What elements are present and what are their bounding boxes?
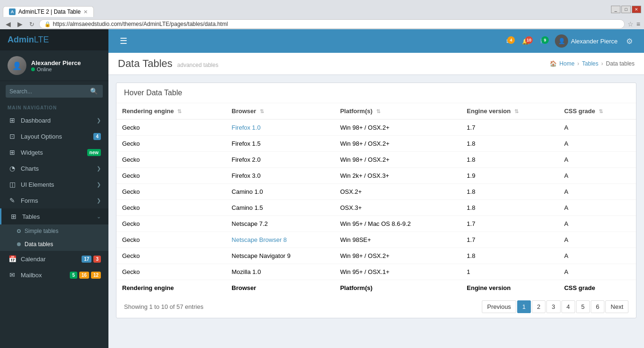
cell-browser: Firefox 3.0 <box>226 168 334 184</box>
sidebar-toggle-button[interactable]: ☰ <box>116 34 131 48</box>
breadcrumb-tables[interactable]: Tables <box>582 60 599 67</box>
sidebar-subitem-label: Simple tables <box>25 228 58 234</box>
minimize-button[interactable]: _ <box>611 6 620 13</box>
cell-rendering-engine: Gecko <box>116 168 226 184</box>
breadcrumb: 🏠 Home › Tables › Data tables <box>550 60 635 67</box>
pagination-page-4[interactable]: 4 <box>561 300 575 313</box>
user-status-row: Online <box>31 66 81 72</box>
topbar-icons: ✉ 4 🔔 10 ⚑ 9 👤 Alexander Pierce <box>502 34 636 48</box>
col-rendering-engine[interactable]: Rendering engine ⇅ <box>116 103 226 119</box>
mailbox-badges: 5 16 12 <box>70 272 101 279</box>
foot-col-engine-version: Engine version <box>461 280 559 296</box>
sidebar-item-forms[interactable]: ✎ Forms ❯ <box>0 192 108 208</box>
cell-browser: Netscape 7.2 <box>226 216 334 232</box>
calendar-icon: 📅 <box>8 255 17 263</box>
table-row: GeckoMozilla 1.0Win 95+ / OSX.1+1A <box>116 264 636 280</box>
table-info: Showing 1 to 10 of 57 entries <box>124 303 203 310</box>
logo-lte: LTE <box>34 35 49 44</box>
mail-badge: 4 <box>507 36 515 44</box>
sidebar-item-dashboard[interactable]: ⊞ Dashboard ❯ <box>0 112 108 128</box>
breadcrumb-home[interactable]: Home <box>560 60 575 67</box>
reload-button[interactable]: ↻ <box>27 20 36 29</box>
back-button[interactable]: ◀ <box>4 19 13 29</box>
topbar-user-menu[interactable]: 👤 Alexander Pierce <box>551 34 621 48</box>
breadcrumb-separator: › <box>601 60 603 67</box>
topbar-notifications-button[interactable]: 🔔 10 <box>517 35 534 48</box>
search-input[interactable] <box>6 85 85 98</box>
topbar-mail-button[interactable]: ✉ 4 <box>502 35 516 48</box>
col-engine-version[interactable]: Engine version ⇅ <box>461 103 559 119</box>
user-info: Alexander Pierce Online <box>31 59 81 72</box>
cell-css-grade: A <box>559 248 636 264</box>
topbar-flags-button[interactable]: ⚑ 9 <box>535 35 550 48</box>
sidebar-item-label: Dashboard <box>21 117 97 124</box>
browser-link[interactable]: Firefox 1.0 <box>231 124 260 131</box>
charts-icon: ◔ <box>8 165 17 172</box>
sidebar-item-data-tables[interactable]: Data tables <box>0 238 108 251</box>
sidebar-item-label: Layout Options <box>21 133 93 140</box>
pagination-page-1[interactable]: 1 <box>517 300 531 313</box>
cell-browser[interactable]: Firefox 1.0 <box>226 119 334 136</box>
user-avatar: 👤 <box>8 56 26 75</box>
sidebar-item-ui-elements[interactable]: ◫ UI Elements ❯ <box>0 176 108 192</box>
sidebar-item-label: UI Elements <box>21 181 97 188</box>
user-name: Alexander Pierce <box>31 59 81 66</box>
sort-icon: ⇅ <box>177 108 182 114</box>
table-row: GeckoCamino 1.0OSX.2+1.8A <box>116 184 636 200</box>
sidebar-item-layout-options[interactable]: ⊡ Layout Options 4 <box>0 128 108 144</box>
table-header-row: Rendering engine ⇅ Browser ⇅ Platform(s)… <box>116 103 636 119</box>
cell-rendering-engine: Gecko <box>116 184 226 200</box>
sidebar-item-widgets[interactable]: ⊞ Widgets new <box>0 144 108 160</box>
bookmark-star-icon[interactable]: ☆ <box>627 20 634 28</box>
search-button[interactable]: 🔍 <box>85 85 103 98</box>
cell-browser[interactable]: Netscape Browser 8 <box>226 232 334 248</box>
cell-rendering-engine: Gecko <box>116 200 226 216</box>
app-container: AdminLTE 👤 Alexander Pierce Online 🔍 MAI… <box>0 29 644 348</box>
chevron-down-icon: ⌄ <box>97 214 101 220</box>
sidebar-item-label: Tables <box>22 213 97 220</box>
chevron-right-icon: ❯ <box>97 182 101 188</box>
table-head: Rendering engine ⇅ Browser ⇅ Platform(s)… <box>116 103 636 119</box>
sidebar-item-tables[interactable]: ⊞ Tables ⌄ <box>0 208 108 224</box>
browser-chrome: A AdminLTE 2 | Data Table ✕ _ □ ✕ ◀ ▶ ↻ … <box>0 0 644 29</box>
table-row: GeckoFirefox 3.0Win 2k+ / OSX.3+1.9A <box>116 168 636 184</box>
col-platform[interactable]: Platform(s) ⇅ <box>334 103 461 119</box>
maximize-button[interactable]: □ <box>621 6 631 13</box>
col-css-grade[interactable]: CSS grade ⇅ <box>559 103 636 119</box>
col-browser[interactable]: Browser ⇅ <box>226 103 334 119</box>
browser-tab[interactable]: A AdminLTE 2 | Data Table ✕ <box>3 6 94 17</box>
sidebar-item-simple-tables[interactable]: Simple tables <box>0 224 108 238</box>
close-button[interactable]: ✕ <box>632 6 641 13</box>
sidebar-item-label: Mailbox <box>21 272 70 279</box>
pagination-page-6[interactable]: 6 <box>591 300 604 313</box>
pagination-previous-button[interactable]: Previous <box>482 300 516 313</box>
pagination: Previous 1 2 3 4 5 6 Next <box>482 300 628 313</box>
main-content: Data Tables advanced tables 🏠 Home › Tab… <box>108 53 644 348</box>
table-foot: Rendering engine Browser Platform(s) Eng… <box>116 280 636 296</box>
table-row: GeckoCamino 1.5OSX.3+1.8A <box>116 200 636 216</box>
pagination-next-button[interactable]: Next <box>605 300 628 313</box>
url-bar[interactable]: 🔒 https://almsaeedstudio.com/themes/Admi… <box>39 19 625 29</box>
cell-platform: Win 95+ / Mac OS 8.6-9.2 <box>334 216 461 232</box>
cell-platform: Win 95+ / OSX.1+ <box>334 264 461 280</box>
pagination-page-5[interactable]: 5 <box>576 300 590 313</box>
browser-menu-icon[interactable]: ≡ <box>636 20 640 28</box>
foot-col-platform: Platform(s) <box>334 280 461 296</box>
sidebar-item-calendar[interactable]: 📅 Calendar 17 3 <box>0 251 108 267</box>
tab-close-button[interactable]: ✕ <box>83 9 88 15</box>
url-text: https://almsaeedstudio.com/themes/AdminL… <box>53 21 228 27</box>
dashboard-icon: ⊞ <box>8 116 17 124</box>
breadcrumb-separator: › <box>578 60 579 67</box>
browser-link[interactable]: Netscape Browser 8 <box>231 236 287 243</box>
cell-platform: Win 98+ / OSX.2+ <box>334 136 461 152</box>
pagination-page-2[interactable]: 2 <box>532 300 545 313</box>
sidebar-item-mailbox[interactable]: ✉ Mailbox 5 16 12 <box>0 267 108 283</box>
mailbox-badge-3: 12 <box>91 272 101 279</box>
forward-button[interactable]: ▶ <box>16 19 25 29</box>
sidebar-item-charts[interactable]: ◔ Charts ❯ <box>0 160 108 176</box>
table-row: GeckoNetscape Browser 8Win 98SE+1.7A <box>116 232 636 248</box>
pagination-page-3[interactable]: 3 <box>546 300 560 313</box>
data-table-box: Hover Data Table Rendering engine ⇅ Brow… <box>116 83 636 318</box>
settings-gear-icon[interactable]: ⚙ <box>622 37 636 46</box>
cell-css-grade: A <box>559 264 636 280</box>
